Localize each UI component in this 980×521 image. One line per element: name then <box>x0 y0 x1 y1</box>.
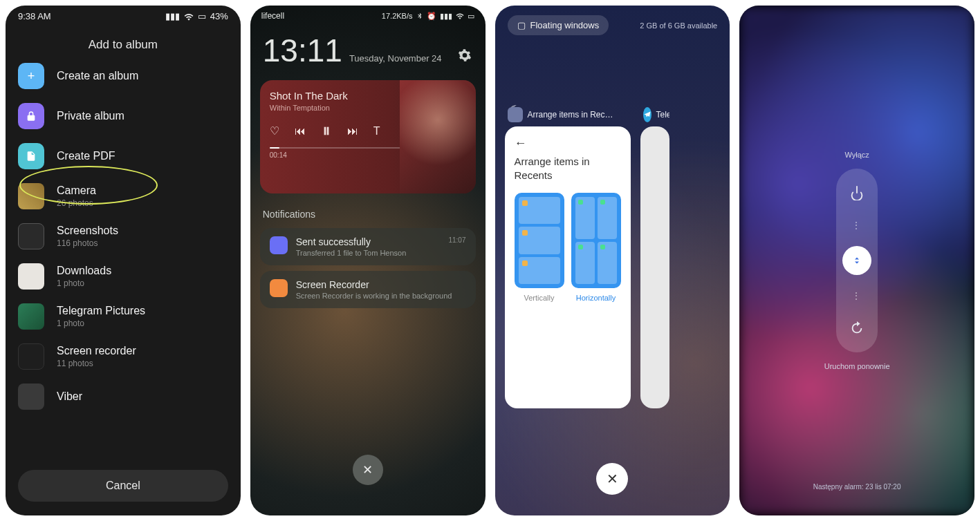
app-icon <box>508 107 523 122</box>
option-vertical[interactable]: Vertically <box>515 193 564 302</box>
album-item-screenshots[interactable]: Screenshots 116 photos <box>18 223 228 249</box>
recent-app-card[interactable]: Arrange items in Rec… ← Arrange items in… <box>505 107 631 408</box>
phone-power-menu: Wyłącz ⋮ ⋮ Uruchom ponownie Następny ala… <box>739 6 974 515</box>
status-right: 17.2KB/s ⏰ ▮▮▮ ▭ <box>382 11 474 21</box>
carrier: lifecell <box>261 11 284 21</box>
memory-status: 2 GB of 6 GB available <box>640 21 717 30</box>
status-time: 9:38 AM <box>18 11 51 21</box>
card-title: Arrange items in Recents <box>515 155 621 182</box>
alarm-icon: ⏰ <box>427 12 436 21</box>
album-thumb <box>18 223 44 249</box>
layout-options: Vertically Horizontally <box>515 193 621 302</box>
notifications-label: Notifications <box>250 202 486 222</box>
album-thumb <box>18 303 44 330</box>
wifi-icon <box>456 12 464 19</box>
phone-recents: ▢ Floating windows 2 GB of 6 GB availabl… <box>495 6 730 515</box>
pdf-icon <box>18 143 44 169</box>
statusbar: 9:38 AM ▮▮▮ ▭ 43% <box>6 6 241 27</box>
phone-notification-shade: lifecell 17.2KB/s ⏰ ▮▮▮ ▭ 13:11 Tuesday,… <box>250 6 486 515</box>
power-pill[interactable]: ⋮ ⋮ <box>836 169 878 352</box>
power-off-label: Wyłącz <box>844 151 869 159</box>
like-icon[interactable]: ♡ <box>270 124 279 138</box>
app-header: Arrange items in Rec… <box>505 107 631 126</box>
album-thumb <box>18 263 44 290</box>
album-item-recorder[interactable]: Screen recorder 11 photos <box>18 343 228 370</box>
clear-recents-button[interactable]: ✕ <box>596 463 628 495</box>
album-item-camera[interactable]: Camera 26 photos <box>18 183 228 209</box>
share-icon <box>270 236 288 254</box>
bluetooth-icon <box>416 12 423 20</box>
clear-all-button[interactable]: ✕ <box>353 455 383 485</box>
back-icon[interactable]: ← <box>515 136 621 151</box>
dots-icon: ⋮ <box>851 290 862 301</box>
plus-icon: + <box>18 63 44 89</box>
signal-icon: ▮▮▮ <box>440 12 452 21</box>
net-speed: 17.2KB/s <box>382 12 413 20</box>
clock-time: 13:11 <box>263 32 342 69</box>
window-icon: ▢ <box>517 20 526 30</box>
telegram-icon <box>643 107 651 122</box>
floating-windows-button[interactable]: ▢ Floating windows <box>508 15 609 35</box>
drag-handle-icon[interactable] <box>842 246 871 275</box>
album-thumb <box>18 383 44 410</box>
signal-icon: ▮▮▮ <box>165 11 180 21</box>
power-content: Wyłącz ⋮ ⋮ Uruchom ponownie Następny ala… <box>739 6 974 515</box>
album-thumb <box>18 343 44 370</box>
next-icon[interactable]: ⏭ <box>347 125 358 138</box>
lyrics-icon[interactable]: T <box>373 125 380 138</box>
battery-icon: ▭ <box>468 12 474 21</box>
notification-item[interactable]: Screen Recorder Screen Recorder is worki… <box>260 271 476 308</box>
recent-apps-row[interactable]: Arrange items in Rec… ← Arrange items in… <box>495 107 730 408</box>
status-right: ▮▮▮ ▭ 43% <box>165 11 228 21</box>
album-item-downloads[interactable]: Downloads 1 photo <box>18 263 228 290</box>
app-preview[interactable]: ← Arrange items in Recents Vertically Ho… <box>505 126 631 408</box>
dots-icon: ⋮ <box>851 220 862 231</box>
lock-icon <box>18 103 44 129</box>
layout-preview-vertical <box>515 193 564 288</box>
notification-item[interactable]: Sent successfully Transferred 1 file to … <box>260 228 476 265</box>
battery-pct: 43% <box>210 11 228 21</box>
album-thumb <box>18 183 44 209</box>
clock-row: 13:11 Tuesday, November 24 <box>250 26 486 72</box>
album-list: + Create an album Private album Create P… <box>6 63 241 410</box>
create-pdf-button[interactable]: Create PDF <box>18 143 228 169</box>
restart-icon[interactable] <box>845 316 869 340</box>
recorder-icon <box>270 279 288 297</box>
battery-icon: ▭ <box>198 11 206 21</box>
create-album-button[interactable]: + Create an album <box>18 63 228 89</box>
recents-topbar: ▢ Floating windows 2 GB of 6 GB availabl… <box>495 6 730 45</box>
album-art <box>400 80 476 193</box>
option-horizontal[interactable]: Horizontally <box>571 193 621 302</box>
layout-preview-horizontal <box>571 193 621 288</box>
music-player-card[interactable]: Shot In The Dark Within Temptation ♡ ⏮ ⏸… <box>260 80 476 193</box>
recent-app-card[interactable]: Teleg… <box>640 107 669 408</box>
app-header: Teleg… <box>640 107 669 126</box>
prev-icon[interactable]: ⏮ <box>295 125 306 138</box>
page-title: Add to album <box>6 27 241 57</box>
app-preview[interactable] <box>640 126 669 408</box>
cancel-button[interactable]: Cancel <box>18 470 228 502</box>
wifi-icon <box>184 12 194 21</box>
album-item-telegram[interactable]: Telegram Pictures 1 photo <box>18 303 228 330</box>
album-item-viber[interactable]: Viber <box>18 383 228 410</box>
settings-icon[interactable] <box>458 48 472 62</box>
power-icon[interactable] <box>845 181 869 205</box>
restart-label: Uruchom ponownie <box>824 362 890 370</box>
pause-icon[interactable]: ⏸ <box>321 125 332 138</box>
private-album-button[interactable]: Private album <box>18 103 228 129</box>
statusbar: lifecell 17.2KB/s ⏰ ▮▮▮ ▭ <box>250 6 486 26</box>
next-alarm-label: Następny alarm: 23 lis 07:20 <box>813 483 901 491</box>
clock-date: Tuesday, November 24 <box>349 53 442 64</box>
phone-add-to-album: 9:38 AM ▮▮▮ ▭ 43% Add to album + Create … <box>6 6 241 515</box>
